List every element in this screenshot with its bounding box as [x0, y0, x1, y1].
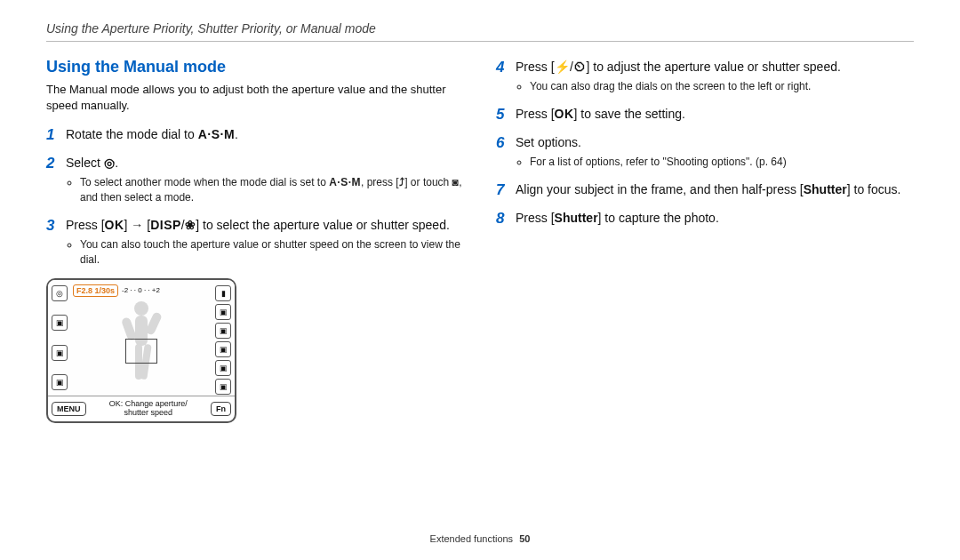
- step-5: 5 Press [OK] to save the setting.: [496, 105, 914, 124]
- step-number: 3: [46, 216, 66, 236]
- step-number: 7: [496, 180, 516, 200]
- shutter-label: Shutter: [555, 211, 598, 225]
- step-text: .: [115, 156, 118, 170]
- timer-icon: ⏲: [573, 58, 587, 76]
- step-text: Rotate the mode dial to: [66, 127, 198, 141]
- step-6-note: For a list of options, refer to "Shootin…: [530, 155, 787, 170]
- lcd-icon: ▣: [215, 304, 231, 320]
- step-4: 4 Press [⚡/⏲] to adjust the aperture val…: [496, 58, 914, 96]
- lcd-icon: ▣: [215, 341, 231, 357]
- step-number: 5: [496, 105, 516, 124]
- disp-icon: DISP: [150, 216, 181, 234]
- step-number: 4: [496, 58, 516, 77]
- lcd-exposure: F2.8 1/30s: [73, 284, 118, 297]
- lcd-af-frame: [125, 339, 157, 364]
- lcd-left-icons: ◎ ▣ ▣ ▣: [52, 285, 68, 390]
- step-2: 2 Select ◎. To select another mode when …: [46, 154, 464, 207]
- step-number: 6: [496, 133, 516, 153]
- lcd-icon: ▣: [215, 323, 231, 339]
- lcd-right-icons: ▮ ▣ ▣ ▣ ▣ ▣: [215, 285, 231, 390]
- shutter-label: Shutter: [804, 182, 847, 196]
- lcd-icon: ◎: [52, 285, 68, 301]
- page-title: Using the Manual mode: [46, 58, 464, 76]
- lcd-icon: ▣: [215, 379, 231, 395]
- footer-page-number: 50: [519, 533, 530, 544]
- step-number: 2: [46, 154, 66, 173]
- lcd-icon: ▣: [52, 345, 68, 361]
- right-column: 4 Press [⚡/⏲] to adjust the aperture val…: [496, 58, 914, 423]
- step-number: 8: [496, 209, 516, 228]
- lcd-hint: OK: Change aperture/shutter speed: [90, 400, 208, 418]
- page-footer: Extended functions 50: [0, 533, 960, 544]
- intro-text: The Manual mode allows you to adjust bot…: [46, 82, 464, 113]
- step-7: 7 Align your subject in the frame, and t…: [496, 180, 914, 200]
- lcd-icon: ▮: [215, 285, 231, 301]
- divider: [46, 41, 914, 42]
- ok-icon: OK: [105, 216, 124, 234]
- svg-rect-2: [121, 316, 137, 341]
- running-head: Using the Aperture Priority, Shutter Pri…: [46, 21, 914, 36]
- asm-icon: A·S·M: [329, 175, 361, 190]
- flash-icon: ⚡: [555, 58, 571, 76]
- step-8: 8 Press [Shutter] to capture the photo.: [496, 209, 914, 228]
- step-6: 6 Set options. For a list of options, re…: [496, 133, 914, 172]
- ok-icon: OK: [555, 105, 574, 123]
- lcd-ev-scale: -2 · · 0 · · +2: [122, 286, 160, 294]
- step-4-note: You can also drag the dials on the scree…: [530, 79, 841, 94]
- asm-icon: A·S·M: [198, 125, 235, 143]
- step-text: Select: [66, 156, 104, 170]
- lcd-icon: ▣: [52, 374, 68, 390]
- macro-icon: ❀: [185, 216, 196, 234]
- camera-lcd-illustration: ◎ ▣ ▣ ▣ ▮ ▣ ▣ ▣ ▣ ▣ F2.8 1/30s: [46, 278, 236, 423]
- step-text: Set options.: [516, 135, 581, 149]
- step-text: Press [: [66, 218, 105, 232]
- lcd-fn-button: Fn: [211, 402, 231, 416]
- lcd-menu-button: MENU: [52, 402, 86, 416]
- step-2-note: To select another mode when the mode dia…: [80, 175, 464, 205]
- left-column: Using the Manual mode The Manual mode al…: [46, 58, 464, 423]
- step-text: .: [235, 127, 238, 141]
- step-number: 1: [46, 125, 66, 145]
- lcd-icon: ▣: [215, 360, 231, 376]
- step-3-note: You can also touch the aperture value or…: [80, 237, 464, 268]
- svg-point-0: [134, 301, 148, 316]
- step-3: 3 Press [OK] → [DISP/❀] to select the ap…: [46, 216, 464, 269]
- lcd-icon: ▣: [52, 315, 68, 331]
- mode-icon: ◎: [104, 154, 116, 172]
- footer-section: Extended functions: [430, 533, 514, 544]
- step-1: 1 Rotate the mode dial to A·S·M.: [46, 125, 464, 145]
